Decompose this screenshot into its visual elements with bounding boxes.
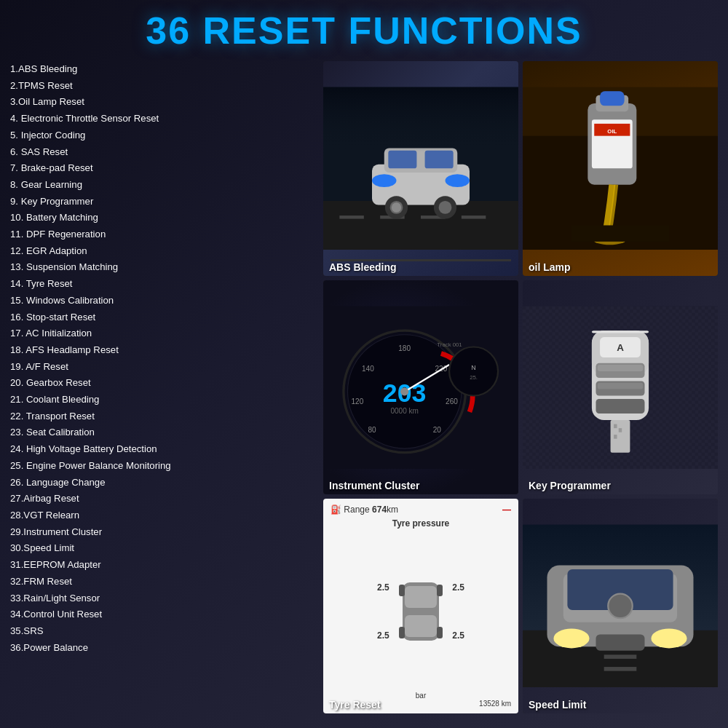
tyre-pressure-label: Tyre pressure	[331, 518, 511, 529]
list-item: 11. DPF Regeneration	[10, 226, 316, 243]
list-item: 27.Airbag Reset	[10, 491, 316, 507]
list-item: 31.EEPROM Adapter	[10, 557, 316, 574]
svg-point-43	[449, 347, 498, 395]
list-item: 16. Stop-start Reset	[10, 309, 316, 326]
svg-rect-78	[604, 667, 637, 671]
svg-text:20: 20	[433, 425, 442, 433]
list-item: 35.SRS	[10, 623, 316, 640]
instrument-svg: 180 140 220 120 260 80 20 203 0000 km	[323, 280, 518, 495]
abs-label: ABS Bleeding	[323, 258, 518, 276]
list-item: 30.Speed Limit	[10, 540, 316, 557]
car-top-svg	[399, 579, 443, 644]
svg-rect-58	[596, 399, 645, 414]
svg-point-83	[651, 629, 687, 649]
list-item: 21. Coolant Bleeding	[10, 392, 316, 408]
list-item: 3.Oil Lamp Reset	[10, 94, 316, 111]
svg-text:25.: 25.	[470, 374, 478, 381]
svg-rect-2	[339, 215, 364, 218]
svg-rect-61	[611, 420, 630, 453]
svg-rect-72	[437, 627, 443, 638]
list-item: 24. High Voltage Battery Detection	[10, 441, 316, 458]
range-indicator: —	[502, 505, 511, 515]
list-item: 29.Instrument Cluster	[10, 524, 316, 541]
list-item: 20. Gearbox Reset	[10, 375, 316, 392]
grid-item-abs: ABS Bleeding	[323, 61, 518, 276]
speed-label: Speed Limit	[523, 696, 718, 713]
oil-scene-svg: OIL	[523, 61, 718, 276]
tyre-val-bl: 2.5	[377, 630, 389, 641]
speed-svg	[523, 499, 718, 713]
svg-text:120: 120	[352, 397, 364, 405]
svg-point-41	[400, 387, 408, 395]
oil-label: oil Lamp	[523, 258, 718, 276]
instrument-image: 180 140 220 120 260 80 20 203 0000 km	[323, 280, 518, 495]
svg-rect-59	[598, 365, 644, 371]
svg-text:Track 001: Track 001	[437, 341, 462, 348]
svg-rect-65	[592, 331, 649, 333]
content-area: 1.ABS Bleeding2.TPMS Reset3.Oil Lamp Res…	[10, 61, 718, 713]
tyre-val-tr: 2.5	[452, 582, 464, 593]
speed-image	[523, 499, 718, 713]
svg-point-16	[392, 202, 401, 212]
tyre-image: ⛽ Range 674km — Tyre pressure	[323, 499, 518, 713]
svg-rect-9	[425, 151, 454, 169]
list-item: 33.Rain/Light Sensor	[10, 590, 316, 607]
range-label: Range	[344, 505, 369, 515]
list-item: 18. AFS Headlamp Reset	[10, 342, 316, 359]
svg-rect-70	[437, 585, 443, 596]
list-item: 9. Key Programmer	[10, 194, 316, 210]
svg-rect-27	[571, 225, 669, 241]
range-value: 674	[372, 505, 387, 515]
svg-rect-69	[399, 585, 405, 596]
list-item: 15. Windows Calibration	[10, 293, 316, 309]
page-title: 36 RESET FUNCTIONS	[10, 9, 718, 52]
tyre-val-br: 2.5	[452, 630, 464, 641]
svg-text:180: 180	[398, 344, 411, 352]
svg-text:260: 260	[446, 397, 458, 405]
car-diagram: 2.5 2.5 2.5 2.5	[399, 579, 443, 644]
key-svg: A	[523, 280, 718, 495]
svg-text:0000 km: 0000 km	[390, 407, 419, 415]
list-item: 8. Gear Learning	[10, 177, 316, 194]
list-item: 36.Power Balance	[10, 640, 316, 657]
list-item: 5. Injector Coding	[10, 127, 316, 144]
grid-item-oil: OIL oil Lamp	[523, 61, 718, 276]
list-item: 32.FRM Reset	[10, 574, 316, 590]
grid-item-key: A	[523, 280, 718, 495]
list-item: 19. A/F Reset	[10, 359, 316, 376]
list-item: 10. Battery Matching	[10, 210, 316, 226]
list-item: 14. Tyre Reset	[10, 276, 316, 293]
tyre-label: Tyre Reset	[323, 696, 518, 713]
svg-rect-68	[405, 615, 437, 637]
list-item: 34.Control Unit Reset	[10, 606, 316, 623]
list-item: 7. Brake-pad Reset	[10, 160, 316, 177]
list-item: 25. Engine Power Balance Monitoring	[10, 458, 316, 475]
list-item: 12. EGR Adaption	[10, 243, 316, 260]
svg-rect-22	[600, 91, 625, 106]
grid-item-speed: Speed Limit	[523, 499, 718, 713]
tyre-diagram: 2.5 2.5 2.5 2.5	[331, 534, 511, 689]
list-item: 1.ABS Bleeding	[10, 61, 316, 78]
svg-rect-5	[462, 215, 486, 218]
key-image: A	[523, 280, 718, 495]
svg-rect-8	[388, 151, 416, 169]
svg-rect-77	[604, 655, 637, 660]
list-item: 23. Seat Calibration	[10, 424, 316, 441]
svg-rect-67	[405, 586, 437, 608]
instrument-label: Instrument Cluster	[323, 477, 518, 494]
svg-rect-63	[619, 428, 622, 432]
svg-rect-84	[596, 635, 645, 651]
range-unit: km	[387, 505, 398, 515]
abs-image	[323, 61, 518, 276]
list-item: 6. SAS Reset	[10, 144, 316, 161]
svg-rect-1	[323, 201, 518, 250]
list-item: 26. Language Change	[10, 475, 316, 491]
grid-item-tyre: ⛽ Range 674km — Tyre pressure	[323, 499, 518, 713]
tyre-val-tl: 2.5	[377, 582, 389, 593]
abs-scene-svg	[323, 61, 518, 276]
svg-point-13	[439, 201, 452, 214]
svg-rect-17	[323, 87, 518, 152]
svg-point-82	[553, 629, 589, 649]
image-grid: ABS Bleeding	[323, 61, 718, 713]
svg-text:140: 140	[362, 365, 374, 373]
